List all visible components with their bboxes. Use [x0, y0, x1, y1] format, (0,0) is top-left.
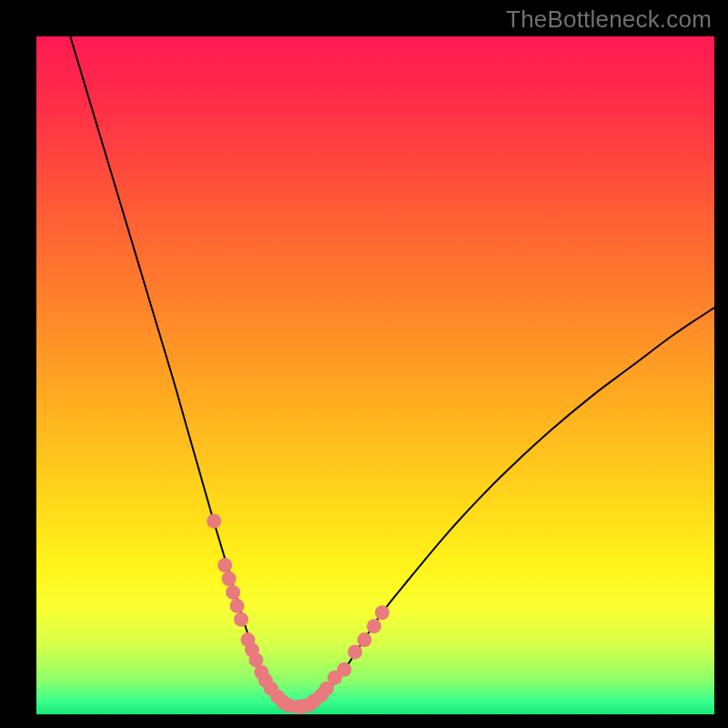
- bottleneck-curve: [70, 36, 714, 708]
- highlight-dot: [222, 571, 237, 586]
- highlight-dot: [226, 585, 240, 600]
- highlight-dot: [367, 619, 381, 633]
- highlight-dot: [234, 612, 248, 627]
- highlight-dot: [337, 662, 351, 677]
- highlight-dot: [217, 558, 232, 572]
- curve-layer: [36, 36, 714, 714]
- highlight-dot: [375, 605, 389, 620]
- highlight-dots: [207, 514, 389, 714]
- chart-frame: TheBottleneck.com: [0, 0, 728, 728]
- watermark-label: TheBottleneck.com: [506, 5, 712, 34]
- plot-area: [36, 36, 714, 714]
- highlight-dot: [207, 514, 221, 529]
- highlight-dot: [348, 644, 362, 659]
- highlight-dot: [358, 632, 372, 647]
- highlight-dot: [230, 599, 245, 613]
